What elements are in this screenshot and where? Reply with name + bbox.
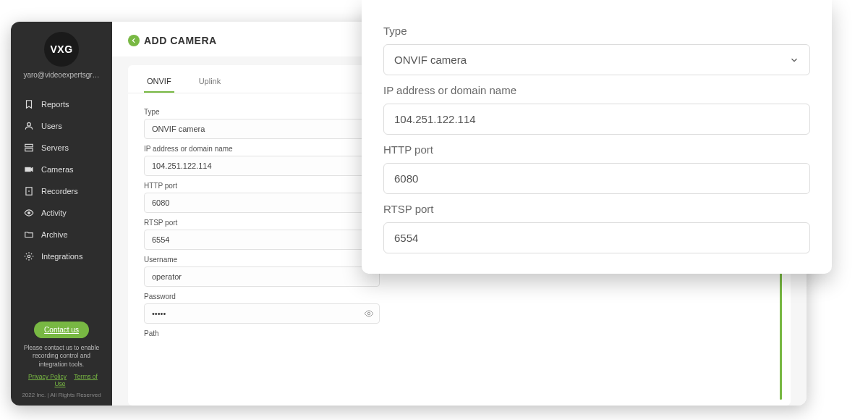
sidebar: VXG yaro@videoexpertsgr… Reports Users S… [11,22,112,406]
folder-icon [24,230,34,240]
password-input[interactable] [144,303,380,324]
sidebar-nav: Reports Users Servers Cameras Recorders … [11,86,112,314]
sidebar-label: Integrations [41,252,82,261]
popup-label-type: Type [383,25,810,37]
type-select[interactable] [144,119,380,139]
sidebar-label: Servers [41,143,69,152]
privacy-link[interactable]: Privacy Policy [28,373,67,380]
label-rtsp: RTSP port [144,219,380,227]
ip-input[interactable] [144,156,380,176]
svg-point-6 [27,211,30,214]
back-icon[interactable] [128,35,140,46]
label-path: Path [144,329,380,337]
sidebar-item-servers[interactable]: Servers [11,137,112,159]
sidebar-label: Users [41,122,62,130]
footer-links: Privacy Policy Terms of Use [20,373,103,387]
sidebar-item-cameras[interactable]: Cameras [11,159,112,180]
form-area: Type IP address or domain name HTTP port… [128,93,396,337]
contact-button[interactable]: Contact us [34,322,89,338]
footer-note: Please contact us to enable recording co… [20,344,103,369]
sidebar-item-recorders[interactable]: Recorders [11,180,112,202]
popup-type-value: ONVIF camera [394,54,467,66]
popup-rtsp-input[interactable] [383,222,810,253]
popup-label-rtsp: RTSP port [383,203,810,215]
eye-icon [24,208,34,218]
label-http: HTTP port [144,182,380,190]
popup-label-http: HTTP port [383,143,810,156]
rtsp-port-input[interactable] [144,230,380,250]
user-email[interactable]: yaro@videoexpertsgr… [23,71,99,79]
sidebar-item-integrations[interactable]: Integrations [11,245,112,267]
chevron-down-icon [789,55,799,65]
svg-point-8 [367,312,370,315]
server-icon [24,143,34,153]
username-input[interactable] [144,266,380,287]
copyright: 2022 Inc. | All Rights Reserved [20,392,103,398]
eye-toggle-icon[interactable] [364,308,374,319]
sidebar-item-archive[interactable]: Archive [11,224,112,245]
label-password: Password [144,293,380,301]
logo-block: VXG yaro@videoexpertsgr… [11,22,112,86]
bookmark-icon [24,99,34,109]
sidebar-label: Activity [41,209,67,217]
svg-rect-2 [25,148,33,151]
popup-type-select[interactable]: ONVIF camera [383,44,810,75]
tab-uplink[interactable]: Uplink [196,71,224,93]
svg-point-0 [27,122,31,126]
svg-rect-3 [25,167,31,172]
label-type: Type [144,108,380,116]
sidebar-label: Recorders [41,187,78,196]
popup-ip-input[interactable] [383,104,810,135]
sidebar-label: Cameras [41,165,74,174]
page-title: ADD CAMERA [144,35,217,46]
sidebar-footer: Contact us Please contact us to enable r… [11,314,112,406]
svg-point-7 [27,255,30,258]
popup-panel: Type ONVIF camera IP address or domain n… [362,0,832,274]
user-icon [24,121,34,131]
tab-onvif[interactable]: ONVIF [144,71,174,93]
http-port-input[interactable] [144,193,380,213]
app-logo: VXG [44,32,79,67]
camera-icon [24,164,34,175]
popup-label-ip: IP address or domain name [383,84,810,96]
gear-icon [24,251,34,261]
sidebar-item-activity[interactable]: Activity [11,202,112,224]
popup-http-input[interactable] [383,163,810,194]
sidebar-label: Archive [41,230,68,239]
sidebar-label: Reports [41,100,69,109]
sidebar-item-users[interactable]: Users [11,115,112,137]
label-username: Username [144,256,380,264]
svg-rect-1 [25,144,33,147]
sidebar-item-reports[interactable]: Reports [11,93,112,115]
label-ip: IP address or domain name [144,145,380,153]
svg-point-5 [28,190,29,191]
recorder-icon [24,186,34,196]
